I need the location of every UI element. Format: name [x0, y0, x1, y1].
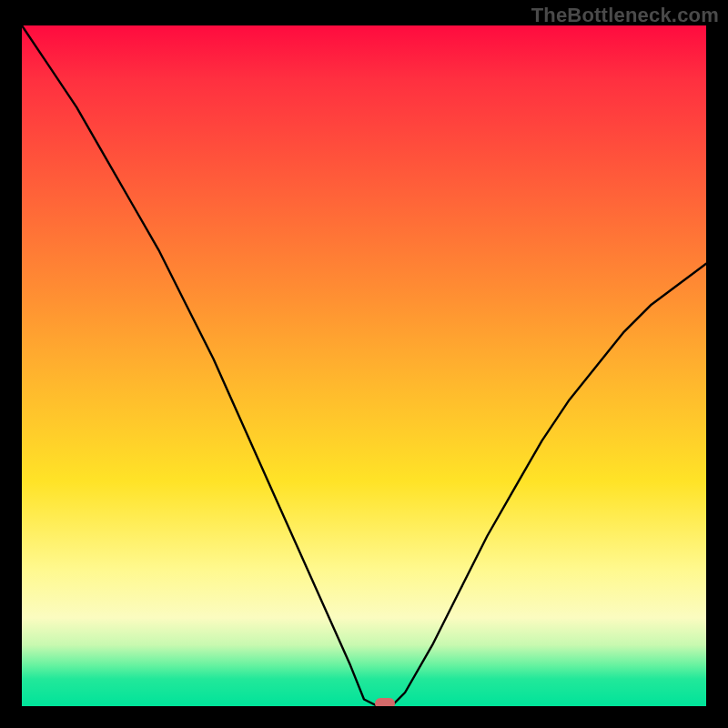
plot-area — [22, 25, 706, 706]
chart-frame: TheBottleneck.com — [0, 0, 728, 728]
bottleneck-curve — [22, 25, 706, 706]
bottleneck-marker — [375, 698, 395, 706]
watermark-text: TheBottleneck.com — [531, 4, 719, 27]
